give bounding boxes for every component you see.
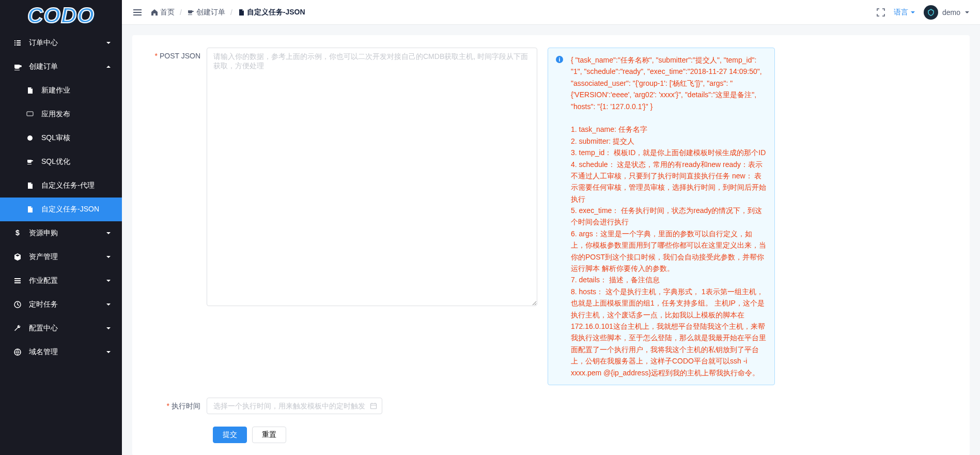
chevron-down-icon bbox=[105, 301, 112, 308]
list-icon bbox=[12, 39, 23, 47]
cup-icon bbox=[12, 63, 23, 71]
sidebar-item-custom-json[interactable]: 自定义任务-JSON bbox=[0, 198, 122, 221]
cup-icon bbox=[25, 158, 35, 165]
chevron-down-icon bbox=[105, 278, 112, 284]
chevron-down-icon bbox=[105, 40, 112, 46]
page-icon bbox=[25, 182, 35, 189]
sidebar-item-sql-review[interactable]: SQL审核 bbox=[0, 126, 122, 150]
sidebar-item-label: 配置中心 bbox=[29, 324, 58, 333]
main-menu: 订单中心 创建订单 新建作业 应用发布 SQL审核 bbox=[0, 31, 122, 364]
row-post-json: *POST JSON i { "task_name":"任务名称", "subm… bbox=[145, 48, 957, 385]
avatar bbox=[924, 5, 938, 20]
required-marker: * bbox=[154, 52, 157, 60]
clock-icon bbox=[12, 300, 23, 309]
svg-rect-0 bbox=[27, 112, 33, 116]
chevron-down-icon bbox=[105, 230, 112, 236]
svg-point-1 bbox=[27, 135, 33, 141]
sidebar-item-label: 应用发布 bbox=[41, 110, 70, 119]
cube-icon bbox=[12, 253, 23, 261]
sidebar-item-cron[interactable]: 定时任务 bbox=[0, 293, 122, 316]
sidebar-item-create-order[interactable]: 创建订单 bbox=[0, 55, 122, 79]
chevron-down-icon bbox=[105, 325, 112, 331]
submenu-create-order: 新建作业 应用发布 SQL审核 SQL优化 自定义任务-代理 bbox=[0, 79, 122, 221]
main: 首页 / 创建订单 / 自定义任务-JSON 语言 bbox=[122, 0, 980, 455]
page-icon bbox=[25, 206, 35, 213]
sidebar-item-domain[interactable]: 域名管理 bbox=[0, 340, 122, 364]
page-icon bbox=[25, 87, 35, 94]
form-card: *POST JSON i { "task_name":"任务名称", "subm… bbox=[132, 35, 970, 455]
menu-toggle-icon[interactable] bbox=[132, 7, 143, 18]
sidebar-item-label: 自定义任务-代理 bbox=[41, 181, 95, 190]
info-icon: i bbox=[555, 55, 564, 64]
sidebar-item-orders[interactable]: 订单中心 bbox=[0, 31, 122, 55]
dollar-icon: $ bbox=[12, 229, 23, 237]
sidebar-item-label: 资产管理 bbox=[29, 252, 58, 262]
header-right: 语言 demo bbox=[876, 5, 970, 20]
sidebar-item-label: 作业配置 bbox=[29, 276, 58, 285]
breadcrumb: 首页 / 创建订单 / 自定义任务-JSON bbox=[151, 8, 876, 17]
sidebar-item-label: 自定义任务-JSON bbox=[41, 205, 99, 214]
breadcrumb-sep: / bbox=[180, 8, 182, 17]
chevron-down-icon bbox=[105, 254, 112, 260]
breadcrumb-home[interactable]: 首页 bbox=[151, 8, 175, 17]
logo[interactable]: CODO bbox=[0, 0, 122, 31]
exec-time-input[interactable] bbox=[207, 398, 382, 414]
circle-icon bbox=[25, 134, 35, 142]
sidebar-item-sql-optimize[interactable]: SQL优化 bbox=[0, 150, 122, 174]
required-marker: * bbox=[167, 402, 169, 410]
sidebar-item-asset[interactable]: 资产管理 bbox=[0, 245, 122, 269]
button-row: 提交 重置 bbox=[145, 427, 957, 443]
exec-time-wrap bbox=[207, 398, 382, 414]
sidebar-item-label: 域名管理 bbox=[29, 347, 58, 357]
breadcrumb-current: 自定义任务-JSON bbox=[238, 8, 305, 17]
fullscreen-icon[interactable] bbox=[876, 8, 885, 17]
user-menu[interactable]: demo bbox=[924, 5, 970, 20]
language-selector[interactable]: 语言 bbox=[894, 8, 915, 17]
sidebar-item-config-center[interactable]: 配置中心 bbox=[0, 316, 122, 340]
sidebar-item-label: 订单中心 bbox=[29, 38, 58, 48]
alert-body: { "task_name":"任务名称", "submitter":"提交人",… bbox=[571, 54, 766, 378]
chevron-down-icon bbox=[105, 349, 112, 355]
sidebar-item-label: SQL审核 bbox=[41, 133, 70, 143]
help-alert: i { "task_name":"任务名称", "submitter":"提交人… bbox=[548, 48, 775, 385]
chevron-up-icon bbox=[105, 64, 112, 70]
page-icon bbox=[238, 9, 245, 16]
sidebar-item-label: 资源申购 bbox=[29, 229, 58, 238]
reset-button[interactable]: 重置 bbox=[252, 427, 286, 443]
sidebar-item-label: 新建作业 bbox=[41, 86, 70, 95]
post-json-label: *POST JSON bbox=[145, 48, 207, 385]
sidebar: CODO 订单中心 创建订单 新建作业 应用发布 bbox=[0, 0, 122, 455]
content: *POST JSON i { "task_name":"任务名称", "subm… bbox=[122, 25, 980, 455]
svg-text:$: $ bbox=[15, 229, 20, 237]
sidebar-item-label: 创建订单 bbox=[29, 62, 58, 71]
stack-icon bbox=[12, 277, 23, 285]
header: 首页 / 创建订单 / 自定义任务-JSON 语言 bbox=[122, 0, 980, 25]
monitor-icon bbox=[25, 111, 35, 118]
post-json-textarea[interactable] bbox=[207, 48, 537, 306]
wrench-icon bbox=[12, 324, 23, 332]
submit-button[interactable]: 提交 bbox=[213, 427, 247, 443]
cup-icon bbox=[187, 9, 194, 16]
chevron-down-icon bbox=[910, 10, 915, 15]
sidebar-item-label: SQL优化 bbox=[41, 157, 70, 166]
chevron-down-icon bbox=[965, 10, 970, 15]
sidebar-item-custom-proxy[interactable]: 自定义任务-代理 bbox=[0, 174, 122, 198]
breadcrumb-sep: / bbox=[230, 8, 232, 17]
breadcrumb-create-order[interactable]: 创建订单 bbox=[187, 8, 225, 17]
home-icon bbox=[151, 9, 158, 16]
sidebar-item-resource[interactable]: $ 资源申购 bbox=[0, 221, 122, 245]
exec-time-label: *执行时间 bbox=[145, 398, 207, 414]
globe-icon bbox=[12, 348, 23, 356]
row-exec-time: *执行时间 bbox=[145, 398, 957, 414]
sidebar-item-job-config[interactable]: 作业配置 bbox=[0, 269, 122, 293]
sidebar-item-app-deploy[interactable]: 应用发布 bbox=[0, 102, 122, 126]
sidebar-item-new-job[interactable]: 新建作业 bbox=[0, 79, 122, 102]
svg-text:i: i bbox=[558, 56, 560, 63]
sidebar-item-label: 定时任务 bbox=[29, 300, 58, 309]
